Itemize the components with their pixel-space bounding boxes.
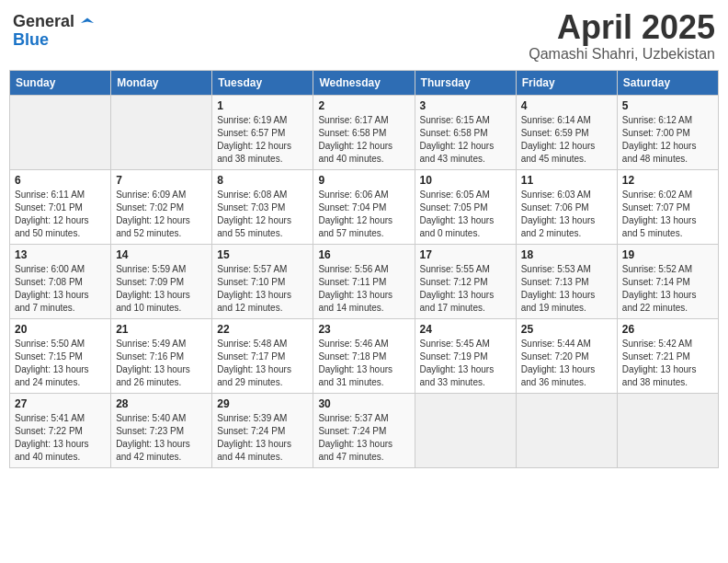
calendar-cell: 29Sunrise: 5:39 AMSunset: 7:24 PMDayligh… <box>212 393 313 467</box>
day-number: 18 <box>521 248 612 261</box>
sunset-text: Sunset: 7:21 PM <box>622 350 713 363</box>
calendar-cell: 8Sunrise: 6:08 AMSunset: 7:03 PMDaylight… <box>212 169 313 244</box>
daylight-text: Daylight: 12 hours and 52 minutes. <box>116 214 207 240</box>
day-number: 30 <box>318 397 409 410</box>
calendar-cell: 7Sunrise: 6:09 AMSunset: 7:02 PMDaylight… <box>111 169 212 244</box>
sunrise-text: Sunrise: 6:08 AM <box>217 189 308 201</box>
calendar-cell: 2Sunrise: 6:17 AMSunset: 6:58 PMDaylight… <box>313 95 415 169</box>
daylight-text: Daylight: 13 hours and 22 minutes. <box>622 289 713 315</box>
calendar-table: SundayMondayTuesdayWednesdayThursdayFrid… <box>9 70 719 468</box>
calendar-cell: 24Sunrise: 5:45 AMSunset: 7:19 PMDayligh… <box>415 318 516 393</box>
sunset-text: Sunset: 7:23 PM <box>116 425 207 438</box>
sunrise-text: Sunrise: 5:45 AM <box>420 338 511 350</box>
day-number: 28 <box>116 397 207 410</box>
sunset-text: Sunset: 7:13 PM <box>521 276 612 289</box>
logo: General Blue <box>13 13 94 50</box>
sunset-text: Sunset: 7:00 PM <box>622 127 713 140</box>
sunrise-text: Sunrise: 5:41 AM <box>15 412 106 425</box>
day-header-wednesday: Wednesday <box>313 70 415 95</box>
svg-marker-0 <box>81 17 94 23</box>
sunset-text: Sunset: 7:04 PM <box>318 201 409 214</box>
logo-bird-icon <box>81 17 94 29</box>
day-number: 29 <box>217 397 308 410</box>
sunrise-text: Sunrise: 6:00 AM <box>15 263 106 276</box>
day-header-tuesday: Tuesday <box>212 70 313 95</box>
day-number: 7 <box>116 174 207 187</box>
day-info: Sunrise: 5:53 AMSunset: 7:13 PMDaylight:… <box>521 263 612 315</box>
sunrise-text: Sunrise: 5:37 AM <box>318 412 409 425</box>
day-info: Sunrise: 5:59 AMSunset: 7:09 PMDaylight:… <box>116 263 207 315</box>
day-header-sunday: Sunday <box>10 70 111 95</box>
week-row-1: 1Sunrise: 6:19 AMSunset: 6:57 PMDaylight… <box>10 95 719 169</box>
calendar-cell <box>111 95 212 169</box>
day-number: 9 <box>318 174 409 187</box>
daylight-text: Daylight: 13 hours and 42 minutes. <box>116 438 207 464</box>
week-row-3: 13Sunrise: 6:00 AMSunset: 7:08 PMDayligh… <box>10 244 719 318</box>
sunrise-text: Sunrise: 5:49 AM <box>116 338 207 350</box>
sunset-text: Sunset: 7:09 PM <box>116 276 207 289</box>
month-title: April 2025 <box>529 9 715 46</box>
calendar-cell: 22Sunrise: 5:48 AMSunset: 7:17 PMDayligh… <box>212 318 313 393</box>
calendar-cell: 26Sunrise: 5:42 AMSunset: 7:21 PMDayligh… <box>617 318 718 393</box>
calendar-cell: 14Sunrise: 5:59 AMSunset: 7:09 PMDayligh… <box>111 244 212 318</box>
sunset-text: Sunset: 7:17 PM <box>217 350 308 363</box>
page-header: General Blue April 2025 Qamashi Shahri, … <box>9 9 719 63</box>
day-number: 14 <box>116 248 207 261</box>
day-info: Sunrise: 5:57 AMSunset: 7:10 PMDaylight:… <box>217 263 308 315</box>
sunrise-text: Sunrise: 5:50 AM <box>15 338 106 350</box>
sunset-text: Sunset: 7:01 PM <box>15 201 106 214</box>
day-info: Sunrise: 5:48 AMSunset: 7:17 PMDaylight:… <box>217 338 308 389</box>
day-header-friday: Friday <box>516 70 617 95</box>
calendar-cell <box>617 393 718 467</box>
logo-general-text: General <box>13 12 74 30</box>
daylight-text: Daylight: 13 hours and 10 minutes. <box>116 289 207 315</box>
day-info: Sunrise: 5:56 AMSunset: 7:11 PMDaylight:… <box>318 263 409 315</box>
calendar-cell: 4Sunrise: 6:14 AMSunset: 6:59 PMDaylight… <box>516 95 617 169</box>
daylight-text: Daylight: 13 hours and 26 minutes. <box>116 363 207 389</box>
sunset-text: Sunset: 7:22 PM <box>15 425 106 438</box>
calendar-cell: 17Sunrise: 5:55 AMSunset: 7:12 PMDayligh… <box>415 244 516 318</box>
sunrise-text: Sunrise: 6:14 AM <box>521 114 612 127</box>
sunset-text: Sunset: 7:02 PM <box>116 201 207 214</box>
sunrise-text: Sunrise: 6:02 AM <box>622 189 713 201</box>
sunset-text: Sunset: 7:15 PM <box>15 350 106 363</box>
day-number: 12 <box>622 174 713 187</box>
day-info: Sunrise: 5:41 AMSunset: 7:22 PMDaylight:… <box>15 412 106 464</box>
sunrise-text: Sunrise: 6:06 AM <box>318 189 409 201</box>
day-header-monday: Monday <box>111 70 212 95</box>
sunset-text: Sunset: 7:11 PM <box>318 276 409 289</box>
sunrise-text: Sunrise: 6:03 AM <box>521 189 612 201</box>
day-info: Sunrise: 5:45 AMSunset: 7:19 PMDaylight:… <box>420 338 511 389</box>
sunset-text: Sunset: 7:24 PM <box>318 425 409 438</box>
day-number: 20 <box>15 323 106 336</box>
sunrise-text: Sunrise: 6:19 AM <box>217 114 308 127</box>
sunrise-text: Sunrise: 5:56 AM <box>318 263 409 276</box>
day-number: 2 <box>318 99 409 112</box>
daylight-text: Daylight: 13 hours and 2 minutes. <box>521 214 612 240</box>
day-info: Sunrise: 5:40 AMSunset: 7:23 PMDaylight:… <box>116 412 207 464</box>
calendar-cell: 30Sunrise: 5:37 AMSunset: 7:24 PMDayligh… <box>313 393 415 467</box>
day-number: 23 <box>318 323 409 336</box>
daylight-text: Daylight: 13 hours and 0 minutes. <box>420 214 511 240</box>
daylight-text: Daylight: 12 hours and 50 minutes. <box>15 214 106 240</box>
day-number: 27 <box>15 397 106 410</box>
calendar-cell: 12Sunrise: 6:02 AMSunset: 7:07 PMDayligh… <box>617 169 718 244</box>
week-row-2: 6Sunrise: 6:11 AMSunset: 7:01 PMDaylight… <box>10 169 719 244</box>
day-info: Sunrise: 5:37 AMSunset: 7:24 PMDaylight:… <box>318 412 409 464</box>
sunrise-text: Sunrise: 5:42 AM <box>622 338 713 350</box>
sunrise-text: Sunrise: 5:39 AM <box>217 412 308 425</box>
sunset-text: Sunset: 7:06 PM <box>521 201 612 214</box>
sunset-text: Sunset: 7:20 PM <box>521 350 612 363</box>
sunset-text: Sunset: 6:57 PM <box>217 127 308 140</box>
day-number: 22 <box>217 323 308 336</box>
logo-blue-text: Blue <box>13 30 49 49</box>
daylight-text: Daylight: 12 hours and 38 minutes. <box>217 140 308 166</box>
calendar-cell: 21Sunrise: 5:49 AMSunset: 7:16 PMDayligh… <box>111 318 212 393</box>
sunrise-text: Sunrise: 5:55 AM <box>420 263 511 276</box>
day-info: Sunrise: 5:49 AMSunset: 7:16 PMDaylight:… <box>116 338 207 389</box>
calendar-cell <box>516 393 617 467</box>
header-row: SundayMondayTuesdayWednesdayThursdayFrid… <box>10 70 719 95</box>
daylight-text: Daylight: 13 hours and 5 minutes. <box>622 214 713 240</box>
daylight-text: Daylight: 13 hours and 47 minutes. <box>318 438 409 464</box>
daylight-text: Daylight: 13 hours and 12 minutes. <box>217 289 308 315</box>
